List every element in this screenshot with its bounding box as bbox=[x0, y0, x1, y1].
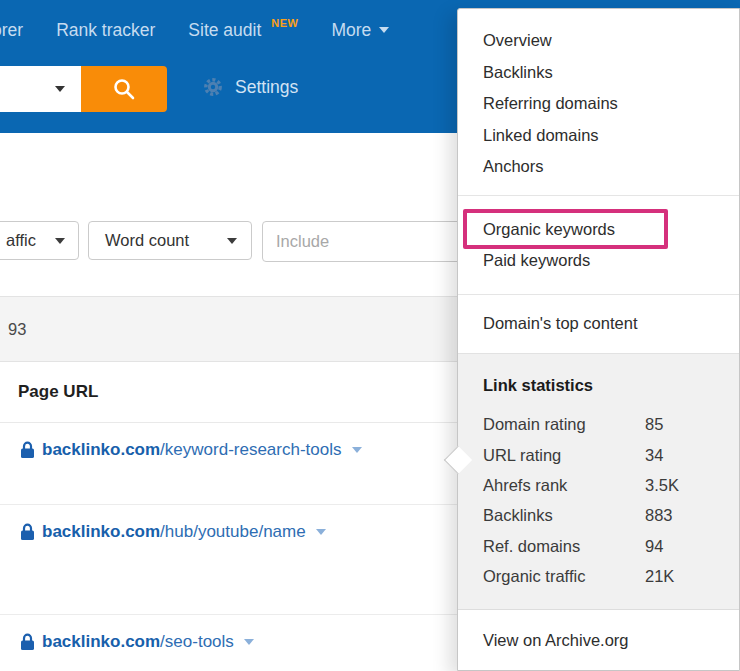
gear-icon bbox=[202, 76, 224, 98]
chevron-down-icon bbox=[227, 238, 237, 244]
chevron-down-icon[interactable] bbox=[352, 447, 362, 453]
traffic-filter-button[interactable]: affic bbox=[0, 221, 79, 260]
word-count-filter-button[interactable]: Word count bbox=[88, 221, 252, 260]
link-statistics-header: Link statistics bbox=[458, 370, 739, 402]
url-text: backlinko.com/seo-tools bbox=[42, 632, 234, 652]
chevron-down-icon bbox=[55, 238, 65, 244]
url-domain: backlinko.com bbox=[42, 440, 160, 459]
chevron-down-icon bbox=[379, 27, 389, 33]
stat-value: 883 bbox=[645, 506, 673, 525]
stat-value: 34 bbox=[645, 446, 663, 465]
search-button[interactable] bbox=[81, 66, 167, 112]
stat-value: 21K bbox=[645, 567, 674, 586]
filter-label: affic bbox=[6, 231, 36, 250]
lock-icon bbox=[20, 523, 35, 541]
nav-item-explorer[interactable]: orer bbox=[0, 17, 23, 43]
stat-value: 85 bbox=[645, 415, 663, 434]
stat-label: Backlinks bbox=[483, 506, 645, 525]
menu-item-backlinks[interactable]: Backlinks bbox=[458, 57, 739, 89]
search-query-input[interactable] bbox=[0, 66, 81, 112]
link-statistics-section: Link statistics Domain rating 85 URL rat… bbox=[458, 353, 739, 610]
column-header-page-url: Page URL bbox=[18, 382, 98, 402]
url-path: /seo-tools bbox=[160, 632, 234, 651]
stat-label: URL rating bbox=[483, 446, 645, 465]
new-badge: NEW bbox=[271, 10, 298, 36]
lock-icon bbox=[20, 633, 35, 651]
stat-label: Ref. domains bbox=[483, 537, 645, 556]
menu-item-referring-domains[interactable]: Referring domains bbox=[458, 88, 739, 120]
menu-item-anchors[interactable]: Anchors bbox=[458, 151, 739, 183]
nav-item-label: More bbox=[331, 17, 371, 43]
chevron-down-icon[interactable] bbox=[244, 639, 254, 645]
nav-item-label: orer bbox=[0, 17, 23, 43]
menu-section-content: Domain's top content bbox=[458, 294, 739, 354]
stat-row-backlinks: Backlinks 883 bbox=[458, 501, 739, 531]
url-path: /hub/youtube/name bbox=[160, 522, 306, 541]
url-text: backlinko.com/keyword-research-tools bbox=[42, 440, 342, 460]
menu-item-linked-domains[interactable]: Linked domains bbox=[458, 120, 739, 152]
menu-item-organic-keywords[interactable]: Organic keywords bbox=[458, 214, 739, 246]
menu-section-overview: Overview Backlinks Referring domains Lin… bbox=[458, 9, 739, 195]
search-icon bbox=[111, 76, 137, 102]
menu-item-domains-top-content[interactable]: Domain's top content bbox=[458, 308, 739, 340]
url-actions-dropdown-menu: Overview Backlinks Referring domains Lin… bbox=[457, 8, 740, 671]
chevron-down-icon[interactable] bbox=[55, 86, 65, 92]
stat-value: 94 bbox=[645, 537, 663, 556]
url-domain: backlinko.com bbox=[42, 522, 160, 541]
main-nav: orer Rank tracker Site auditNEW More bbox=[0, 17, 389, 43]
url-text: backlinko.com/hub/youtube/name bbox=[42, 522, 306, 542]
stat-row-domain-rating: Domain rating 85 bbox=[458, 410, 739, 440]
menu-item-paid-keywords[interactable]: Paid keywords bbox=[458, 245, 739, 277]
nav-item-more[interactable]: More bbox=[331, 17, 389, 43]
url-path: /keyword-research-tools bbox=[160, 440, 341, 459]
menu-section-keywords: Organic keywords Paid keywords bbox=[458, 195, 739, 294]
menu-item-label: Organic keywords bbox=[483, 220, 615, 239]
stat-value: 3.5K bbox=[645, 476, 679, 495]
lock-icon bbox=[20, 441, 35, 459]
chevron-down-icon[interactable] bbox=[316, 529, 326, 535]
nav-item-label: Site audit bbox=[188, 17, 261, 43]
settings-label: Settings bbox=[235, 77, 298, 98]
stat-label: Domain rating bbox=[483, 415, 645, 434]
stat-label: Organic traffic bbox=[483, 567, 645, 586]
include-filter-input[interactable] bbox=[262, 221, 476, 262]
menu-item-overview[interactable]: Overview bbox=[458, 25, 739, 57]
stat-row-organic-traffic: Organic traffic 21K bbox=[458, 561, 739, 591]
stat-row-ref-domains: Ref. domains 94 bbox=[458, 531, 739, 561]
stat-row-url-rating: URL rating 34 bbox=[458, 440, 739, 470]
menu-item-view-on-archive[interactable]: View on Archive.org bbox=[458, 625, 739, 657]
nav-item-rank-tracker[interactable]: Rank tracker bbox=[56, 17, 155, 43]
stat-row-ahrefs-rank: Ahrefs rank 3.5K bbox=[458, 470, 739, 500]
settings-button[interactable]: Settings bbox=[202, 76, 298, 98]
stat-label: Ahrefs rank bbox=[483, 476, 645, 495]
url-domain: backlinko.com bbox=[42, 632, 160, 651]
results-count: 93 bbox=[8, 320, 26, 339]
menu-section-archive: View on Archive.org bbox=[458, 610, 739, 671]
nav-item-label: Rank tracker bbox=[56, 17, 155, 43]
filter-label: Word count bbox=[105, 231, 189, 250]
nav-item-site-audit[interactable]: Site auditNEW bbox=[188, 17, 298, 43]
